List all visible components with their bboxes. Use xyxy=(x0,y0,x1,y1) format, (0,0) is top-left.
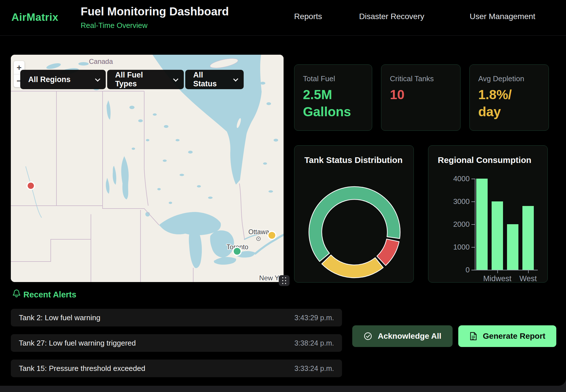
y-tick-mark xyxy=(471,224,475,225)
map-filter-row: All Regions All Fuel Types All Status xyxy=(20,70,244,89)
y-tick-mark xyxy=(471,201,475,202)
region-filter-select[interactable]: All Regions xyxy=(20,70,106,89)
map-resize-handle[interactable] xyxy=(279,275,290,286)
label-canada: Canada xyxy=(89,58,113,65)
alert-row: Tank 27: Low fuel warning triggered 3:38… xyxy=(11,334,342,352)
alerts-section-title: Recent Alerts xyxy=(23,290,76,299)
y-tick-label: 4000 xyxy=(430,174,470,183)
alert-row: Tank 2: Low fuel warning 3:43:29 p.m. xyxy=(11,309,342,326)
page-subtitle: Real-Time Overview xyxy=(81,21,148,30)
regional-consumption-bar-chart: 01000200030004000MidwestWest xyxy=(428,146,548,283)
y-tick-mark xyxy=(471,179,475,179)
top-header: AirMatrix Fuel Monitoring Dashboard Real… xyxy=(0,0,566,36)
stat-value: 2.5MGallons xyxy=(303,86,351,121)
donut-segment-critical xyxy=(377,239,399,266)
tank-status-donut-chart xyxy=(294,146,414,283)
chevron-down-icon xyxy=(95,76,100,81)
stat-card-total-fuel: Total Fuel 2.5MGallons xyxy=(294,64,372,131)
y-axis-line xyxy=(475,179,475,270)
bar-1 xyxy=(492,201,503,270)
alert-text: Tank 15: Pressure threshold exceeded xyxy=(19,364,145,373)
stat-label: Total Fuel xyxy=(303,74,335,83)
chevron-down-icon xyxy=(233,76,238,81)
x-tick-mark xyxy=(497,270,498,273)
x-tick-label: West xyxy=(508,274,548,283)
fuel-map[interactable]: Canada Ottawa Toronto New York + − xyxy=(11,55,284,282)
nav-disaster-recovery[interactable]: Disaster Recovery xyxy=(359,12,424,21)
y-tick-label: 3000 xyxy=(430,197,470,206)
bar-3 xyxy=(522,206,534,270)
generate-report-label: Generate Report xyxy=(483,332,545,341)
alert-row: Tank 15: Pressure threshold exceeded 3:3… xyxy=(11,360,342,377)
nav-reports[interactable]: Reports xyxy=(294,12,322,21)
ottawa-town-dot xyxy=(258,238,259,239)
brand-logo: AirMatrix xyxy=(11,11,58,23)
dashboard-root: AirMatrix Fuel Monitoring Dashboard Real… xyxy=(0,0,566,386)
label-ottawa: Ottawa xyxy=(249,228,269,236)
region-filter-value: All Regions xyxy=(28,75,71,84)
alert-time: 3:38:24 p.m. xyxy=(294,339,334,347)
y-tick-mark xyxy=(471,270,475,270)
fuel-type-filter-value: All Fuel Types xyxy=(115,71,166,88)
stat-card-avg-depletion: Avg Depletion 1.8%/day xyxy=(469,64,549,131)
alert-time: 3:43:29 p.m. xyxy=(294,314,334,322)
drag-dots-icon xyxy=(282,277,286,284)
stat-label: Critical Tanks xyxy=(390,74,434,83)
stat-value: 10 xyxy=(390,86,404,103)
tank-marker-normal[interactable] xyxy=(233,247,241,255)
tank-status-card: Tank Status Distribution xyxy=(294,145,414,283)
page-title: Fuel Monitoring Dashboard xyxy=(81,5,229,18)
bell-icon xyxy=(12,288,21,298)
document-icon xyxy=(469,332,478,341)
alert-text: Tank 27: Low fuel warning triggered xyxy=(19,339,136,348)
chevron-down-icon xyxy=(173,76,178,81)
y-tick-label: 1000 xyxy=(430,243,470,252)
alert-text: Tank 2: Low fuel warning xyxy=(19,313,100,322)
fuel-type-filter-select[interactable]: All Fuel Types xyxy=(107,70,184,89)
stat-card-critical-tanks: Critical Tanks 10 xyxy=(381,64,461,131)
acknowledge-all-label: Acknowledge All xyxy=(378,332,441,341)
donut-segment-warning xyxy=(322,255,383,278)
y-tick-label: 0 xyxy=(430,266,470,274)
alert-time: 3:33:24 p.m. xyxy=(294,364,334,373)
nav-user-management[interactable]: User Management xyxy=(470,12,535,21)
status-filter-select[interactable]: All Status xyxy=(185,70,244,89)
stat-label: Avg Depletion xyxy=(478,74,524,83)
stat-value: 1.8%/day xyxy=(478,86,512,121)
regional-consumption-card: Regional Consumption 01000200030004000Mi… xyxy=(428,145,548,283)
y-tick-mark xyxy=(471,247,475,248)
check-circle-icon xyxy=(363,332,372,341)
y-tick-label: 2000 xyxy=(430,220,470,229)
bar-2 xyxy=(507,224,518,270)
acknowledge-all-button[interactable]: Acknowledge All xyxy=(352,325,453,347)
tank-marker-warning[interactable] xyxy=(268,231,276,239)
generate-report-button[interactable]: Generate Report xyxy=(458,325,556,347)
bar-0 xyxy=(476,179,488,270)
status-filter-value: All Status xyxy=(193,71,226,88)
x-tick-mark xyxy=(528,270,529,273)
tank-marker-critical[interactable] xyxy=(27,182,34,189)
